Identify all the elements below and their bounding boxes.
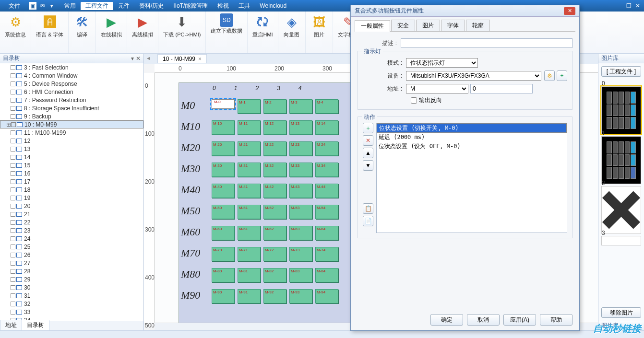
grid-cell[interactable]: M-64 [315,226,338,240]
tree-item[interactable]: 16 [0,169,143,177]
menu-cloud[interactable]: Weincloud [255,2,291,9]
tab-font[interactable]: 字体 [441,20,465,31]
grid-cell[interactable]: M-80 [212,268,235,282]
tree-item[interactable]: 32 [0,300,143,308]
library-remove-button[interactable]: 移除图片 [601,307,641,318]
action-item[interactable]: 位状态设置 (切换开关, M-0) [377,123,567,133]
action-copy-icon[interactable]: 📋 [363,203,373,214]
grid-cell[interactable]: M-33 [289,163,312,177]
grid-cell[interactable]: M-41 [238,184,261,198]
grid-cell[interactable]: M-82 [263,268,286,282]
menu-object[interactable]: 元件 [113,2,134,10]
grid-cell[interactable]: M-43 [289,184,312,198]
mode-select[interactable]: 位状态指示灯 [406,58,478,68]
device-select[interactable]: Mitsubishi FX3U/FX3G/FX3GA [406,71,541,81]
window-close-icon[interactable]: ✕ [635,2,640,9]
tree-item[interactable]: 22 [0,218,143,226]
grid-cell[interactable]: M-72 [263,247,286,261]
tree-item[interactable]: 23 [0,226,143,234]
tab-outline[interactable]: 轮廓 [466,20,490,31]
invert-checkbox[interactable] [411,97,417,104]
dialog-close-icon[interactable]: ✕ [564,7,575,15]
qat-save-icon[interactable]: ▣ [29,2,36,10]
grid-cell[interactable]: M-83 [289,268,312,282]
apply-button[interactable]: 应用(A) [503,314,536,326]
grid-cell[interactable]: M-53 [289,205,312,219]
tree-item[interactable]: 3 : Fast Selection [0,63,143,71]
grid-cell[interactable]: M-24 [315,141,338,156]
grid-cell[interactable]: M-71 [238,247,261,261]
panel-menu-icon[interactable]: ▾ [131,55,134,62]
grid-cell[interactable]: M-12 [263,120,286,135]
tree-item[interactable]: 17 [0,177,143,186]
tree-item[interactable]: 9 : Backup [0,112,143,120]
doc-nav-left-icon[interactable]: ◂ [147,55,150,61]
bottom-tab-addr[interactable]: 地址 [0,320,22,330]
document-tab-close-icon[interactable]: × [198,56,202,62]
tree-item[interactable]: ⊞10 : M0-M99 [0,120,143,128]
grid-cell[interactable]: M-2 [263,99,286,114]
menu-tool[interactable]: 工具 [234,2,255,10]
qat-mail-icon[interactable]: ✉ [38,2,46,10]
menu-iiot[interactable]: IIoT/能源管理 [168,2,213,10]
tree-item[interactable]: 5 : Device Response [0,80,143,88]
grid-cell[interactable]: M-13 [289,120,312,135]
grid-cell[interactable]: M-30 [212,163,235,177]
tree-item[interactable]: 19 [0,194,143,202]
action-delete-icon[interactable]: ✕ [363,135,373,146]
grid-cell[interactable]: M-42 [263,184,286,198]
library-thumb-1[interactable]: 1 [601,136,641,184]
menu-common[interactable]: 常用 [60,2,81,10]
grid-cell[interactable]: M-74 [315,247,338,261]
ribbon-lang[interactable]: 🅰语言 & 字体 [31,12,69,53]
tree-item[interactable]: 21 [0,210,143,218]
ribbon-vector[interactable]: ◈向量图 [278,12,306,53]
tab-security[interactable]: 安全 [391,20,415,31]
grid-cell[interactable]: M-10 [212,120,235,135]
grid-cell[interactable]: M-31 [238,163,261,177]
grid-cell[interactable]: M-93 [289,289,312,303]
tree-item[interactable]: 13 [0,145,143,153]
grid-cell[interactable]: M-22 [263,141,286,156]
tree-item[interactable]: 31 [0,291,143,300]
cancel-button[interactable]: 取消 [467,314,500,326]
library-thumb-0[interactable]: 0 [601,86,641,134]
action-item[interactable]: 位状态设置 (设为 OFF, M-0) [377,142,567,151]
grid-cell[interactable]: M-14 [315,120,338,135]
tree-item[interactable]: 12 [0,137,143,145]
action-add-icon[interactable]: ＋ [363,123,373,133]
grid-cell[interactable]: M-81 [238,268,261,282]
grid-cell[interactable]: M-52 [263,205,286,219]
grid-cell[interactable]: M-11 [238,120,261,135]
action-list[interactable]: 位状态设置 (切换开关, M-0)延迟 (2000 ms)位状态设置 (设为 O… [376,123,567,233]
tree-item[interactable]: 14 [0,153,143,161]
grid-cell[interactable]: M-34 [315,163,338,177]
document-tab[interactable]: 10 - M0-M99 × [157,54,207,63]
action-item[interactable]: 延迟 (2000 ms) [377,133,567,142]
grid-cell[interactable]: M-51 [238,205,261,219]
tree-item[interactable]: 7 : Password Restriction [0,96,143,104]
tree-item[interactable]: 30 [0,283,143,291]
grid-cell[interactable]: M-32 [263,163,286,177]
ribbon-compile[interactable]: 🛠编译 [69,12,96,53]
action-paste-icon[interactable]: 📄 [363,216,373,226]
action-up-icon[interactable]: ▲ [363,148,373,158]
menu-data[interactable]: 资料/历史 [134,2,168,10]
tree-item[interactable]: 18 [0,186,143,194]
ok-button[interactable]: 确定 [430,314,463,326]
tree-item[interactable]: 11 : M100-M199 [0,128,143,137]
ribbon-offline[interactable]: ▶离线模拟 [127,12,158,53]
grid-cell[interactable]: M-62 [263,226,286,240]
tree-item[interactable]: 4 : Common Window [0,71,143,80]
grid-cell[interactable]: M-60 [212,226,235,240]
grid-cell[interactable]: M-90 [212,289,235,303]
menu-file[interactable]: 文件 [4,2,25,10]
tree-item[interactable]: 33 [0,308,143,316]
tree-item[interactable]: 8 : Storage Space Insufficient [0,104,143,112]
grid-cell[interactable]: M-40 [212,184,235,198]
grid-cell[interactable]: M-44 [315,184,338,198]
tree-item[interactable]: 20 [0,202,143,210]
tree-item[interactable]: 29 [0,275,143,283]
grid-cell[interactable]: M-23 [289,141,312,156]
library-project-button[interactable]: [ 工程文件 ] [601,66,641,77]
